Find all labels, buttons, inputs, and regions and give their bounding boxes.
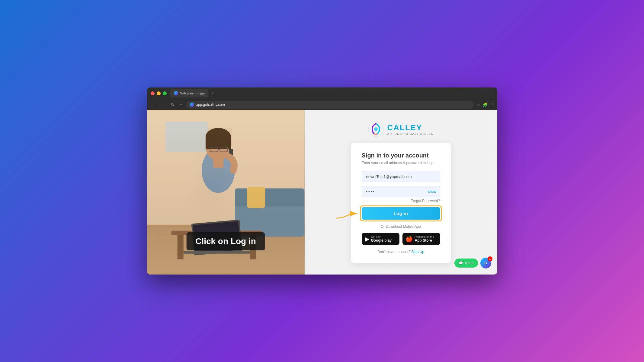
signup-link[interactable]: Sign Up xyxy=(411,250,424,254)
logo-title: CALLEY xyxy=(387,123,434,132)
google-play-label: Get it on xyxy=(371,235,392,238)
login-button-wrapper: Log in xyxy=(362,207,440,220)
tab-favicon-icon xyxy=(174,91,178,95)
floating-buttons: 💬 Need C 1 xyxy=(454,258,491,268)
site-favicon-icon xyxy=(190,103,194,107)
svg-rect-15 xyxy=(183,251,250,254)
home-button[interactable]: ⌂ xyxy=(178,102,184,108)
login-card: Sign in to your account Enter your email… xyxy=(351,143,451,263)
address-bar-row: ← → ↻ ⌂ app.getcalley.com ☆ 🧩 ⋮ xyxy=(147,99,497,110)
svg-rect-3 xyxy=(165,122,207,152)
extensions-icon[interactable]: 🧩 xyxy=(482,102,488,107)
no-account-section: Don't have account? Sign Up xyxy=(362,250,440,254)
apple-icon: 🍎 xyxy=(405,235,413,243)
sign-in-heading: Sign in to your account xyxy=(362,152,440,159)
address-actions: ☆ 🧩 ⋮ xyxy=(476,102,494,107)
back-button[interactable]: ← xyxy=(150,102,157,108)
no-account-text: Don't have account? xyxy=(377,250,410,254)
show-password-button[interactable]: show xyxy=(428,189,436,194)
logo-area: CALLEY AUTOMATIC CALL DIALER xyxy=(368,121,434,137)
forward-button[interactable]: → xyxy=(160,102,167,108)
logo-subtitle: AUTOMATIC CALL DIALER xyxy=(387,132,434,135)
whatsapp-label: Need xyxy=(465,261,474,265)
or-download-text: Or Download Mobile App xyxy=(362,224,440,229)
bookmark-icon[interactable]: ☆ xyxy=(476,102,480,107)
logo-text: CALLEY AUTOMATIC CALL DIALER xyxy=(387,123,434,135)
google-play-button[interactable]: ▶ Get it on Google play xyxy=(362,233,399,245)
maximize-icon[interactable] xyxy=(163,91,167,95)
right-panel-login: CALLEY AUTOMATIC CALL DIALER Sign in to … xyxy=(305,110,497,275)
svg-rect-7 xyxy=(247,187,265,208)
left-panel-photo: Click on Log in xyxy=(147,110,305,275)
calley-float-button[interactable]: C 1 xyxy=(480,258,491,268)
svg-point-26 xyxy=(374,127,378,131)
google-play-name: Google play xyxy=(371,238,392,243)
app-store-label: Available on the xyxy=(415,235,434,238)
app-store-name: App Store xyxy=(415,238,434,243)
calley-float-icon: C xyxy=(484,261,487,265)
arrow-icon xyxy=(335,208,360,220)
close-icon[interactable] xyxy=(151,91,155,95)
traffic-lights xyxy=(151,91,167,95)
login-button[interactable]: Log in xyxy=(362,207,440,220)
google-play-icon: ▶ xyxy=(365,235,369,243)
calley-logo-icon xyxy=(368,121,384,137)
email-input[interactable] xyxy=(362,171,440,182)
refresh-button[interactable]: ↻ xyxy=(169,102,176,108)
url-text: app.getcalley.com xyxy=(196,103,225,107)
menu-icon[interactable]: ⋮ xyxy=(490,102,494,107)
annotation-text-box: Click on Log in xyxy=(186,232,265,250)
minimize-icon[interactable] xyxy=(157,91,161,95)
forgot-password-link[interactable]: Forgot Password? xyxy=(362,199,440,203)
google-play-text: Get it on Google play xyxy=(371,235,392,243)
sign-in-subheading: Enter your email address & password to l… xyxy=(362,161,440,165)
svg-rect-24 xyxy=(213,159,223,168)
tab-bar: Getcalley - Login + xyxy=(170,89,494,97)
svg-rect-6 xyxy=(235,188,304,206)
address-field[interactable]: app.getcalley.com xyxy=(186,101,474,109)
whatsapp-button[interactable]: 💬 Need xyxy=(454,259,478,268)
page-content: Click on Log in CALLEY AUTOMATIC CALL DI… xyxy=(147,110,497,275)
notification-badge: 1 xyxy=(488,256,492,261)
app-store-buttons: ▶ Get it on Google play 🍎 Available on t… xyxy=(362,233,440,245)
browser-window: Getcalley - Login + ← → ↻ ⌂ app.getcalle… xyxy=(147,87,497,275)
password-wrapper: show xyxy=(362,186,440,197)
whatsapp-icon: 💬 xyxy=(459,261,463,265)
new-tab-button[interactable]: + xyxy=(210,91,216,96)
annotation-label: Click on Log in xyxy=(195,237,256,246)
app-store-button[interactable]: 🍎 Available on the App Store xyxy=(402,233,440,245)
app-store-text: Available on the App Store xyxy=(415,235,434,243)
tab-title: Getcalley - Login xyxy=(180,91,205,95)
arrow-annotation xyxy=(335,208,360,220)
svg-rect-9 xyxy=(177,235,183,259)
browser-tab[interactable]: Getcalley - Login xyxy=(170,89,209,97)
title-bar: Getcalley - Login + xyxy=(147,87,497,99)
